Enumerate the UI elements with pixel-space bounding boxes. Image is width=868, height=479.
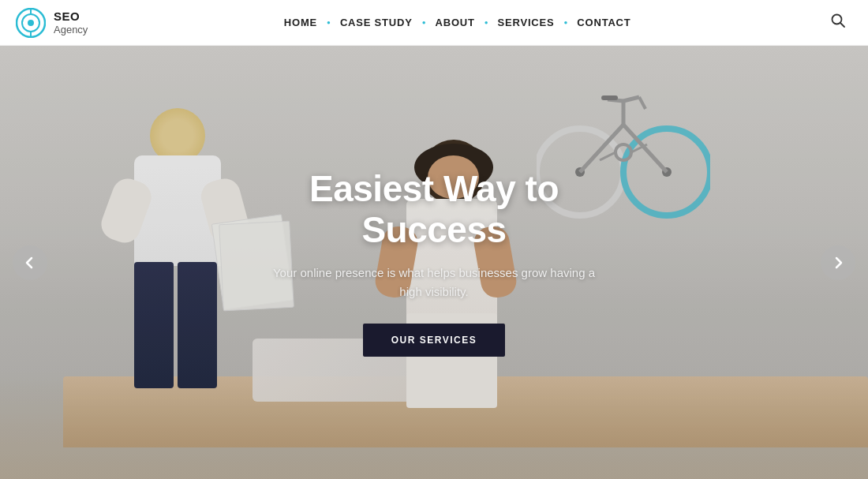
- next-slide-button[interactable]: [821, 245, 855, 280]
- cta-button[interactable]: OUR SERVICES: [363, 324, 505, 357]
- nav-dot-2: ●: [422, 19, 426, 26]
- nav-dot-1: ●: [327, 19, 331, 26]
- logo-text: SEO Agency: [54, 9, 88, 36]
- nav-about[interactable]: ABOUT: [431, 13, 480, 32]
- nav-contact[interactable]: CONTACT: [572, 13, 635, 32]
- svg-line-6: [840, 23, 844, 27]
- hero-title: Easiest Way to Success: [268, 168, 600, 252]
- nav-case-study[interactable]: CASE STUDY: [335, 13, 417, 32]
- header: SEO Agency HOME ● CASE STUDY ● ABOUT ● S…: [0, 0, 868, 46]
- logo-icon: [16, 8, 46, 38]
- svg-point-2: [28, 20, 34, 26]
- logo-agency: Agency: [54, 24, 88, 36]
- nav-home[interactable]: HOME: [279, 13, 322, 32]
- main-nav: HOME ● CASE STUDY ● ABOUT ● SERVICES ● C…: [279, 13, 636, 32]
- search-icon[interactable]: [827, 9, 849, 36]
- nav-services[interactable]: SERVICES: [493, 13, 559, 32]
- hero-content: Easiest Way to Success Your online prese…: [268, 168, 600, 357]
- hero-subtitle: Your online presence is what helps busin…: [268, 264, 600, 301]
- nav-dot-4: ●: [564, 19, 568, 26]
- nav-dot-3: ●: [485, 19, 488, 26]
- logo[interactable]: SEO Agency: [16, 8, 88, 38]
- hero-section: Easiest Way to Success Your online prese…: [0, 46, 868, 479]
- logo-seo: SEO: [54, 9, 88, 24]
- prev-slide-button[interactable]: [13, 245, 47, 280]
